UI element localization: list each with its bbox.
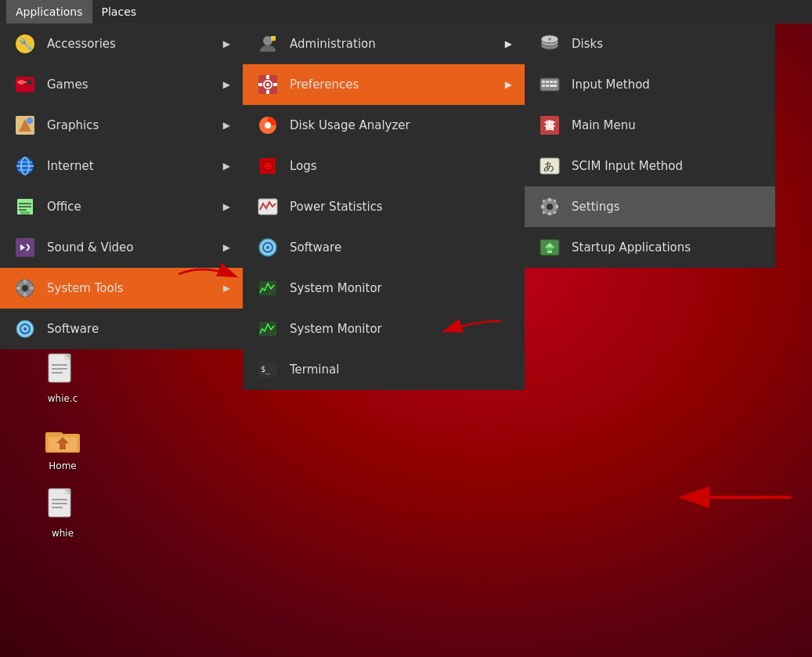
submenu2-item-disks[interactable]: Disks [525,23,775,64]
graphics-arrow: ▶ [223,120,230,131]
accessories-icon: 🔧 [13,31,38,56]
svg-rect-52 [266,75,269,79]
menu-item-games[interactable]: Games ▶ [0,64,243,105]
menubar-places[interactable]: Places [92,0,146,23]
submenu-item-preferences[interactable]: Preferences ▶ [243,64,525,105]
svg-rect-78 [554,81,557,83]
scim-label: SCIM Input Method [572,159,683,173]
main-menu-label: Main Menu [572,118,636,132]
menu-item-office[interactable]: Office ▶ [0,186,243,227]
system-tools-arrow: ▶ [223,283,230,294]
svg-point-65 [266,246,269,249]
svg-rect-21 [27,80,31,85]
menu-item-system-tools[interactable]: System Tools ▶ [0,268,243,309]
svg-rect-99 [547,251,552,253]
svg-rect-41 [23,293,27,297]
sound-label: Sound & Video [47,240,134,254]
svg-rect-35 [20,211,30,215]
menu-item-internet[interactable]: Internet ▶ [0,146,243,186]
sysmon1-icon [255,276,280,301]
submenu2-item-startup-apps[interactable]: Startup Applications [525,227,775,268]
disk-usage-icon [255,113,280,138]
svg-point-46 [23,327,27,330]
menu-item-sound[interactable]: Sound & Video ▶ [0,227,243,268]
svg-point-57 [265,122,271,128]
disk-usage-label: Disk Usage Analyzer [290,118,410,132]
submenu-item-disk-usage[interactable]: Disk Usage Analyzer [243,105,525,146]
preferences-arrow: ▶ [505,79,512,90]
games-icon [13,72,38,97]
svg-point-51 [266,83,269,86]
menu-item-software[interactable]: Software [0,309,243,349]
submenu-item-power-stats[interactable]: Power Statistics [243,186,525,227]
power-stats-label: Power Statistics [290,200,383,214]
logs-label: Logs [290,159,317,173]
svg-rect-79 [542,85,545,87]
graphics-icon [13,113,38,138]
submenu2-item-scim[interactable]: あ SCIM Input Method [525,146,775,186]
disks-label: Disks [572,37,603,51]
menubar-applications[interactable]: Applications [6,0,92,23]
submenu-item-sysmon-2[interactable]: System Monitor [243,309,525,349]
svg-rect-91 [555,205,558,208]
svg-rect-80 [546,85,549,87]
desktop-icon-whiec[interactable]: whie.c [31,352,94,404]
submenu2-item-main-menu[interactable]: 書 Main Menu [525,105,775,146]
preferences-label: Preferences [290,78,359,92]
system-tools-icon [13,276,38,301]
home-label: Home [49,460,76,471]
svg-point-61 [267,165,269,167]
home-icon [44,420,81,457]
logs-icon [255,153,280,179]
desktop-icon-home[interactable]: Home [31,420,94,471]
svg-text:$_: $_ [261,365,271,374]
svg-rect-19 [16,77,34,92]
sysmon2-icon [255,316,280,341]
settings-icon [537,194,562,219]
software2-icon [255,235,280,260]
svg-rect-55 [273,83,277,86]
svg-rect-76 [546,81,549,83]
startup-apps-icon [537,235,562,260]
preferences-icon [255,72,280,97]
svg-rect-75 [542,81,545,83]
svg-rect-10 [60,443,66,449]
svg-text:書: 書 [544,119,555,132]
app-menu: 🔧 Accessories ▶ Games ▶ Graphics ▶ [0,23,243,349]
accessories-arrow: ▶ [223,38,230,49]
submenu-item-logs[interactable]: Logs [243,146,525,186]
submenu-item-sysmon-1[interactable]: System Monitor [243,268,525,309]
whiec-label: whie.c [48,393,78,404]
menu-item-accessories[interactable]: 🔧 Accessories ▶ [0,23,243,64]
desktop-icon-whie[interactable]: whie [31,487,94,539]
svg-point-87 [547,204,553,210]
games-arrow: ▶ [223,79,230,90]
office-label: Office [47,200,81,214]
games-label: Games [47,78,88,92]
internet-icon [13,153,38,179]
whie-label: whie [52,528,74,539]
submenu2-item-settings[interactable]: Settings [525,186,775,227]
graphics-label: Graphics [47,118,99,132]
svg-rect-81 [550,85,557,87]
office-arrow: ▶ [223,201,230,212]
menu-item-graphics[interactable]: Graphics ▶ [0,105,243,146]
sound-arrow: ▶ [223,242,230,253]
software-icon [13,316,38,341]
svg-point-39 [22,285,28,291]
internet-label: Internet [47,159,94,173]
svg-rect-42 [16,287,20,290]
submenu-item-administration[interactable]: Administration ▶ [243,23,525,64]
terminal-label: Terminal [290,363,339,377]
scim-icon: あ [537,153,562,179]
accessories-label: Accessories [47,37,116,51]
main-menu-icon: 書 [537,113,562,138]
svg-rect-7 [45,432,63,437]
svg-rect-40 [23,280,27,283]
svg-rect-89 [548,212,551,215]
svg-rect-22 [17,81,27,83]
submenu-item-terminal[interactable]: $_ Terminal [243,349,525,390]
submenu2-item-input-method[interactable]: Input Method [525,64,775,105]
submenu-item-software[interactable]: Software [243,227,525,268]
software2-label: Software [290,240,341,254]
